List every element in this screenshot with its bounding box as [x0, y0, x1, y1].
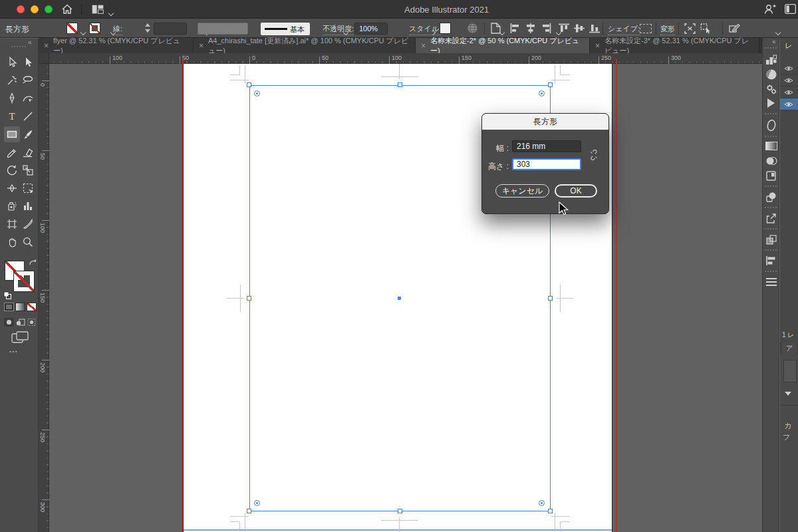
panel-toggle-icon[interactable]: [785, 4, 796, 14]
opacity-input[interactable]: [354, 23, 388, 35]
symbols-panel-icon[interactable]: [765, 192, 777, 203]
corner-widget-top-left[interactable]: [254, 90, 260, 96]
style-label[interactable]: スタイル:: [409, 24, 441, 35]
handle-middle-left[interactable]: [247, 296, 251, 301]
ok-button[interactable]: OK: [555, 184, 597, 198]
tool-selection[interactable]: [4, 55, 20, 70]
tool-hand[interactable]: [4, 234, 20, 250]
handle-middle-right[interactable]: [548, 296, 553, 301]
share-document-icon[interactable]: [763, 3, 776, 15]
opacity-label[interactable]: 不透明度:: [323, 24, 354, 35]
close-window-button[interactable]: [17, 5, 25, 13]
dropdown-arrow-icon[interactable]: [785, 392, 791, 396]
document-settings-icon[interactable]: [491, 23, 501, 34]
tool-zoom[interactable]: [20, 234, 36, 250]
tool-width[interactable]: [4, 180, 20, 196]
appearance-panel-icon[interactable]: [766, 119, 777, 132]
play-actions-icon[interactable]: [767, 98, 775, 108]
draw-normal-mode-icon[interactable]: [4, 318, 14, 327]
tool-type[interactable]: T: [4, 108, 20, 124]
brush-definition-dropdown[interactable]: 基本: [261, 23, 310, 35]
stroke-weight-label[interactable]: 線:: [113, 24, 122, 35]
width-profile-dropdown[interactable]: [198, 23, 248, 35]
stroke-weight-dropdown[interactable]: [154, 23, 187, 35]
minimize-window-button[interactable]: [31, 5, 39, 13]
select-similar-chevron-icon[interactable]: [775, 31, 780, 35]
style-swatch[interactable]: [440, 23, 451, 34]
gradient-panel-icon[interactable]: [765, 142, 777, 150]
tool-rotate[interactable]: [4, 162, 20, 178]
layer-row[interactable]: [780, 63, 798, 74]
tab-close-icon[interactable]: ×: [595, 42, 600, 50]
tool-line-segment[interactable]: [20, 108, 36, 124]
width-input[interactable]: [512, 140, 581, 152]
workspace-switcher-icon[interactable]: [92, 5, 104, 14]
collapse-tools-icon[interactable]: «: [28, 39, 32, 46]
expand-panels-icon[interactable]: «: [772, 38, 776, 45]
guide-vertical-left[interactable]: [182, 64, 183, 532]
tool-artboard[interactable]: [4, 216, 20, 232]
panel-drag-handle[interactable]: [765, 47, 777, 49]
corner-widget-bottom-left[interactable]: [254, 500, 260, 506]
workspace-chevron-icon[interactable]: [108, 11, 113, 16]
document-tab[interactable]: × flyer @ 52.31 % (CMYK/CPU プレビュー): [39, 38, 194, 53]
tool-curvature[interactable]: [20, 90, 36, 106]
tool-magic-wand[interactable]: [4, 72, 20, 88]
libraries-panel-icon[interactable]: [765, 54, 777, 65]
tool-column-graph[interactable]: [20, 198, 36, 214]
handle-top-left[interactable]: [247, 82, 251, 87]
home-icon[interactable]: [61, 3, 73, 15]
maximize-window-button[interactable]: [45, 5, 53, 13]
document-tab-active[interactable]: × 名称未設定-2* @ 50 % (CMYK/CPU プレビュー): [416, 38, 590, 53]
align-bottom-icon[interactable]: [589, 23, 600, 33]
tab-close-icon[interactable]: ×: [44, 42, 49, 50]
tool-eraser[interactable]: [20, 144, 36, 160]
properties-menu-icon[interactable]: [765, 277, 777, 287]
align-top-icon[interactable]: [559, 23, 569, 33]
guide-horizontal-bottom[interactable]: [184, 529, 612, 531]
default-fill-stroke-icon[interactable]: [3, 291, 12, 300]
transform-label[interactable]: 変形: [660, 24, 675, 35]
tab-close-icon[interactable]: ×: [199, 42, 203, 50]
selection-center-point[interactable]: [398, 297, 401, 300]
handle-top-right[interactable]: [548, 82, 553, 87]
color-mode-button[interactable]: [4, 303, 14, 311]
handle-bottom-right[interactable]: [548, 509, 553, 513]
cancel-button[interactable]: キャンセル: [495, 184, 549, 198]
handle-bottom-center[interactable]: [398, 509, 402, 513]
screen-mode-icon[interactable]: [11, 331, 29, 343]
layer-row-selected[interactable]: [780, 98, 798, 110]
swap-fill-stroke-icon[interactable]: [29, 259, 37, 267]
tool-direct-selection[interactable]: [20, 55, 36, 70]
tool-lasso[interactable]: [20, 72, 36, 88]
export-panel-icon[interactable]: [765, 213, 777, 224]
align-panel-icon[interactable]: [765, 255, 777, 266]
panel-tab-fragment[interactable]: ア: [781, 342, 797, 354]
duplicate-panel-icon[interactable]: [765, 234, 777, 245]
align-left-icon[interactable]: [510, 23, 521, 33]
shape-properties-icon[interactable]: [640, 24, 652, 33]
fill-chevron-icon[interactable]: [80, 31, 85, 35]
document-setup-globe-icon[interactable]: [467, 23, 478, 34]
corner-widget-bottom-right[interactable]: [539, 500, 545, 506]
guide-vertical-right[interactable]: [616, 64, 617, 532]
tool-paintbrush[interactable]: [20, 126, 36, 142]
tool-rectangle-selected[interactable]: [4, 126, 20, 142]
align-right-icon[interactable]: [541, 23, 551, 33]
corner-widget-top-right[interactable]: [539, 90, 545, 96]
handle-top-center[interactable]: [398, 82, 402, 87]
tool-pencil[interactable]: [4, 144, 20, 160]
actions-gear-icon[interactable]: [765, 83, 777, 95]
tool-slice[interactable]: [20, 216, 36, 232]
dialog-title-bar[interactable]: 長方形: [482, 114, 608, 130]
select-similar-icon[interactable]: [700, 23, 712, 34]
tool-symbol-sprayer[interactable]: [4, 198, 20, 214]
unlink-dimensions-icon[interactable]: [589, 150, 599, 160]
ruler-horizontal[interactable]: 100 50 0 50 100 150 200 250 300: [49, 53, 762, 64]
ruler-vertical[interactable]: 0 50 100 150 200 250 300: [39, 64, 49, 532]
isolate-mode-icon[interactable]: [729, 23, 741, 34]
stroke-proxy-swatch[interactable]: [14, 271, 34, 291]
tab-close-icon[interactable]: ×: [421, 42, 426, 50]
tool-free-transform[interactable]: [20, 180, 36, 196]
gradient-mode-button[interactable]: [15, 303, 25, 311]
